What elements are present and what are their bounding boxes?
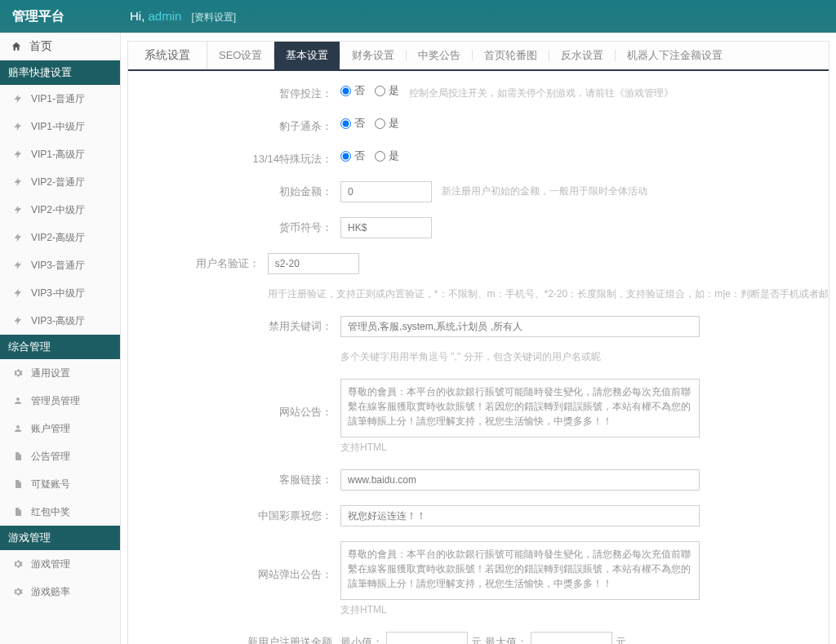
tab[interactable]: 机器人下注金额设置 xyxy=(616,42,734,69)
sidebar-section-header: 赔率快捷设置 xyxy=(0,60,120,85)
label-currency: 货币符号： xyxy=(128,217,340,235)
sidebar-item[interactable]: 账户管理 xyxy=(0,415,120,442)
sidebar-item[interactable]: VIP3-普通厅 xyxy=(0,251,120,279)
sidebar-item-icon xyxy=(11,505,24,518)
sidebar-item[interactable]: 公告管理 xyxy=(0,442,120,470)
sidebar-item[interactable]: 游戏赔率 xyxy=(0,578,120,606)
ban-keywords-input[interactable] xyxy=(340,316,700,337)
label-site-notice: 网站公告： xyxy=(128,379,340,420)
hint-pause-bet: 控制全局投注开关，如需关停个别游戏，请前往《游戏管理》 xyxy=(409,83,674,100)
sidebar-item-label: VIP3-中级厅 xyxy=(31,286,85,300)
sidebar-item-label: VIP1-普通厅 xyxy=(31,92,85,106)
label-special: 13/14特殊玩法： xyxy=(128,149,340,167)
tabs: 系统设置 SEO设置基本设置财务设置中奖公告首页轮番图反水设置机器人下注金额设置 xyxy=(128,42,829,71)
label-new-user-bonus: 新用户注册送金额 xyxy=(128,632,340,644)
currency-input[interactable] xyxy=(340,217,432,238)
sidebar: 首页 赔率快捷设置VIP1-普通厅VIP1-中级厅VIP1-高级厅VIP2-普通… xyxy=(0,33,121,644)
sidebar-item[interactable]: 管理员管理 xyxy=(0,387,120,415)
label-baozi: 豹子通杀： xyxy=(128,116,340,134)
hint-username-rule: 用于注册验证，支持正则或内置验证，*：不限制、m：手机号、*2-20：长度限制，… xyxy=(268,284,829,301)
sidebar-item-icon xyxy=(11,366,24,380)
tab[interactable]: 反水设置 xyxy=(549,42,615,69)
sidebar-item-label: VIP2-中级厅 xyxy=(31,203,85,217)
sidebar-item-label: VIP3-普通厅 xyxy=(31,259,85,273)
sidebar-item[interactable]: 可疑账号 xyxy=(0,470,120,498)
sidebar-item-icon xyxy=(11,120,24,133)
sidebar-item-icon xyxy=(11,259,24,272)
sidebar-item-icon xyxy=(11,557,24,571)
initial-amount-input[interactable] xyxy=(340,181,432,202)
sidebar-item[interactable]: VIP2-普通厅 xyxy=(0,168,120,196)
sidebar-item-icon xyxy=(11,422,24,435)
tab[interactable]: 中奖公告 xyxy=(407,42,472,69)
sidebar-item-label: 红包中奖 xyxy=(31,505,70,519)
sidebar-item[interactable]: VIP3-中级厅 xyxy=(0,279,120,307)
special-radio[interactable]: 否 是 xyxy=(340,149,399,163)
sidebar-section-header: 综合管理 xyxy=(0,335,120,359)
brand: 管理平台 xyxy=(12,8,64,25)
sidebar-item-label: 游戏管理 xyxy=(31,557,70,571)
label-popup-notice: 网站弹出公告： xyxy=(128,541,340,582)
sidebar-item-icon xyxy=(11,585,24,598)
sidebar-item-label: VIP1-高级厅 xyxy=(31,148,85,162)
hint-initial-amount: 新注册用户初始的金额，一般用于限时全体活动 xyxy=(442,181,647,198)
main-content: 系统设置 SEO设置基本设置财务设置中奖公告首页轮番图反水设置机器人下注金额设置… xyxy=(121,33,836,644)
sidebar-item-label: 通用设置 xyxy=(31,366,70,380)
sidebar-item[interactable]: VIP2-高级厅 xyxy=(0,224,120,251)
bonus-max-input[interactable] xyxy=(531,632,612,644)
greeting: Hi, admin [资料设置] xyxy=(130,9,236,24)
sidebar-item[interactable]: VIP1-高级厅 xyxy=(0,140,120,168)
sidebar-item-icon xyxy=(11,148,24,161)
hint-ban-keywords: 多个关键字用用半角逗号 "," 分开，包含关键词的用户名或昵 xyxy=(340,347,601,364)
username-rule-input[interactable] xyxy=(268,253,359,274)
tabs-title: 系统设置 xyxy=(128,42,207,69)
sidebar-item-label: 公告管理 xyxy=(31,450,70,464)
sidebar-item-label: 游戏赔率 xyxy=(31,585,70,599)
sidebar-item-icon xyxy=(11,92,24,105)
header-context: [资料设置] xyxy=(192,11,237,23)
sidebar-item-label: VIP3-高级厅 xyxy=(31,314,85,328)
sidebar-item[interactable]: 游戏管理 xyxy=(0,550,120,578)
label-ban-keywords: 禁用关键词： xyxy=(128,316,340,334)
sidebar-item-icon xyxy=(11,394,24,407)
label-lottery-wish: 中国彩票祝您： xyxy=(128,505,340,523)
tab[interactable]: 基本设置 xyxy=(274,42,340,69)
sidebar-item-icon xyxy=(11,477,24,491)
tab[interactable]: 财务设置 xyxy=(340,42,406,69)
top-bar: 管理平台 Hi, admin [资料设置] xyxy=(0,0,836,33)
sidebar-item[interactable]: VIP3-高级厅 xyxy=(0,307,120,335)
pause-bet-radio[interactable]: 否 是 xyxy=(340,83,399,98)
lottery-wish-input[interactable] xyxy=(340,505,700,526)
sidebar-item[interactable]: 红包中奖 xyxy=(0,498,120,526)
tab[interactable]: 首页轮番图 xyxy=(473,42,549,69)
sidebar-item-label: VIP1-中级厅 xyxy=(31,120,85,134)
sidebar-item-label: 管理员管理 xyxy=(31,394,80,408)
sidebar-item-icon xyxy=(11,314,24,327)
sidebar-item[interactable]: VIP2-中级厅 xyxy=(0,196,120,224)
sidebar-item[interactable]: VIP1-普通厅 xyxy=(0,85,120,113)
label-pause-bet: 暂停投注： xyxy=(128,83,340,101)
sidebar-section-header: 游戏管理 xyxy=(0,526,120,550)
sidebar-item[interactable]: VIP1-中级厅 xyxy=(0,113,120,140)
home-icon xyxy=(10,40,23,53)
label-cs-link: 客服链接： xyxy=(128,469,340,487)
sidebar-item-label: 账户管理 xyxy=(31,422,70,436)
sidebar-item-label: VIP2-普通厅 xyxy=(31,175,85,189)
popup-notice-textarea[interactable] xyxy=(340,541,700,600)
label-username-rule: 用户名验证： xyxy=(128,253,268,271)
sidebar-item-label: VIP2-高级厅 xyxy=(31,231,85,245)
tab[interactable]: SEO设置 xyxy=(207,42,273,69)
sidebar-item-label: 可疑账号 xyxy=(31,477,70,491)
site-notice-textarea[interactable] xyxy=(340,379,700,437)
hint-site-notice: 支持HTML xyxy=(340,441,387,455)
sidebar-item-icon xyxy=(11,231,24,244)
sidebar-item[interactable]: 通用设置 xyxy=(0,359,120,387)
bonus-min-input[interactable] xyxy=(386,632,468,644)
sidebar-item-icon xyxy=(11,203,24,216)
hint-popup-notice: 支持HTML xyxy=(340,603,387,617)
label-initial-amount: 初始金额： xyxy=(128,181,340,199)
baozi-radio[interactable]: 否 是 xyxy=(340,116,399,131)
sidebar-home[interactable]: 首页 xyxy=(0,33,120,60)
cs-link-input[interactable] xyxy=(340,469,700,491)
settings-form: 暂停投注： 否 是 控制全局投注开关，如需关停个别游戏，请前往《游戏管理》 豹子… xyxy=(128,71,829,644)
